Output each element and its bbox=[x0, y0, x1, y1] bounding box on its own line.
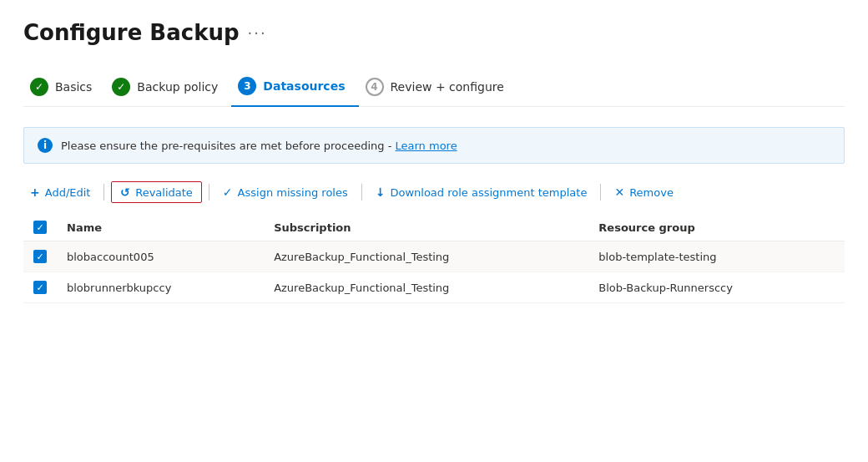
row-name-1: blobrunnerbkupccy bbox=[57, 272, 264, 303]
remove-icon: ✕ bbox=[614, 185, 624, 199]
table-row: ✓ blobrunnerbkupccy AzureBackup_Function… bbox=[23, 272, 845, 303]
add-edit-button[interactable]: + Add/Edit bbox=[23, 180, 97, 204]
row-checkbox-0[interactable]: ✓ bbox=[33, 250, 47, 263]
table-header-name: Name bbox=[57, 214, 264, 241]
assign-missing-roles-button[interactable]: ✓ Assign missing roles bbox=[216, 180, 355, 204]
plus-icon: + bbox=[30, 185, 40, 199]
remove-button[interactable]: ✕ Remove bbox=[608, 180, 680, 204]
info-message: Please ensure the pre-requisites are met… bbox=[61, 140, 457, 152]
step-label-basics: Basics bbox=[55, 80, 92, 94]
step-circle-review: 4 bbox=[366, 78, 384, 96]
datasources-table: ✓ Name Subscription Resource group ✓ blo… bbox=[23, 214, 845, 303]
revalidate-button[interactable]: ↻ Revalidate bbox=[111, 181, 201, 203]
more-options-icon[interactable]: ··· bbox=[248, 24, 267, 42]
checkmark-icon: ✓ bbox=[223, 185, 233, 199]
row-subscription-1: AzureBackup_Functional_Testing bbox=[264, 272, 588, 303]
step-circle-basics: ✓ bbox=[30, 78, 48, 96]
step-datasources[interactable]: 3 Datasources bbox=[231, 69, 358, 107]
toolbar-divider-4 bbox=[600, 184, 601, 201]
step-circle-datasources: 3 bbox=[238, 77, 256, 95]
info-icon: i bbox=[38, 138, 53, 153]
page-title-row: Configure Backup ··· bbox=[23, 20, 845, 45]
row-subscription-0: AzureBackup_Functional_Testing bbox=[264, 241, 588, 272]
table-header-checkbox-cell: ✓ bbox=[23, 214, 57, 241]
table-header-row: ✓ Name Subscription Resource group bbox=[23, 214, 845, 241]
row-resource-group-1: Blob-Backup-Runnersccy bbox=[588, 272, 845, 303]
row-name-0: blobaccount005 bbox=[57, 241, 264, 272]
info-banner: i Please ensure the pre-requisites are m… bbox=[23, 127, 845, 164]
table-row: ✓ blobaccount005 AzureBackup_Functional_… bbox=[23, 241, 845, 272]
toolbar-divider-2 bbox=[209, 184, 209, 201]
toolbar-divider-3 bbox=[361, 184, 362, 201]
table-header-subscription: Subscription bbox=[264, 214, 588, 241]
row-resource-group-0: blob-template-testing bbox=[588, 241, 845, 272]
row-checkbox-cell-1: ✓ bbox=[23, 272, 57, 303]
row-checkbox-cell-0: ✓ bbox=[23, 241, 57, 272]
step-review[interactable]: 4 Review + configure bbox=[359, 69, 517, 106]
step-label-datasources: Datasources bbox=[263, 79, 345, 93]
step-backup-policy[interactable]: ✓ Backup policy bbox=[105, 69, 231, 106]
select-all-checkbox[interactable]: ✓ bbox=[33, 221, 47, 234]
step-label-review: Review + configure bbox=[391, 80, 504, 94]
step-circle-backup-policy: ✓ bbox=[112, 78, 130, 96]
page-title: Configure Backup bbox=[23, 20, 240, 45]
step-label-backup-policy: Backup policy bbox=[137, 80, 218, 94]
download-icon: ↓ bbox=[376, 185, 386, 199]
revalidate-icon: ↻ bbox=[120, 185, 130, 199]
row-checkbox-1[interactable]: ✓ bbox=[33, 281, 47, 294]
table-header-resource-group: Resource group bbox=[588, 214, 845, 241]
learn-more-link[interactable]: Learn more bbox=[396, 140, 457, 152]
toolbar-divider-1 bbox=[103, 184, 104, 201]
configure-backup-page: Configure Backup ··· ✓ Basics ✓ Backup p… bbox=[0, 0, 868, 462]
download-template-button[interactable]: ↓ Download role assignment template bbox=[369, 180, 594, 204]
stepper: ✓ Basics ✓ Backup policy 3 Datasources 4… bbox=[23, 69, 845, 107]
step-basics[interactable]: ✓ Basics bbox=[23, 69, 105, 106]
toolbar: + Add/Edit ↻ Revalidate ✓ Assign missing… bbox=[23, 180, 845, 204]
